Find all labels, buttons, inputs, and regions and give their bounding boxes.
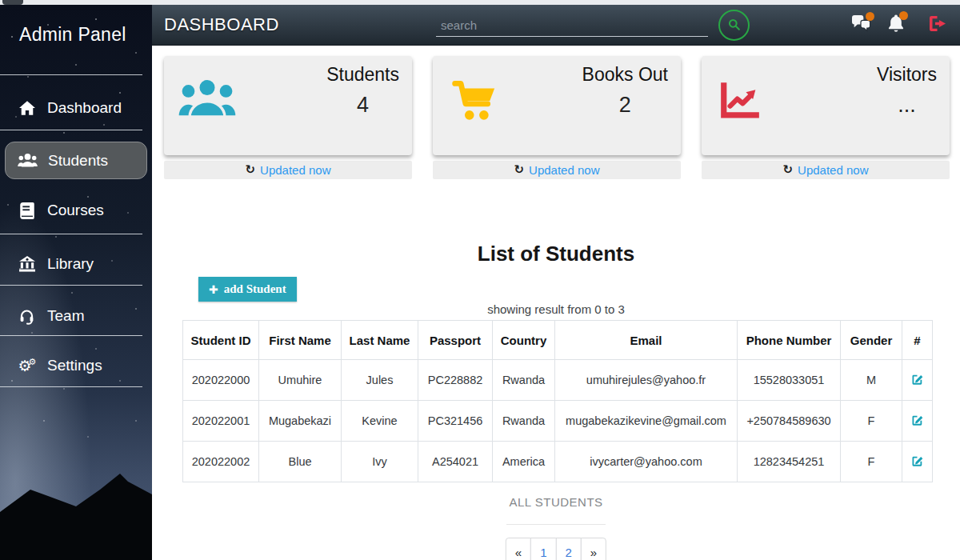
cell-first-name: Mugabekazi <box>259 401 342 442</box>
cell-passport: PC228882 <box>418 360 493 401</box>
cell-first-name: Blue <box>259 442 342 482</box>
search-input[interactable] <box>436 14 708 37</box>
pagination-divider <box>506 524 606 525</box>
cell-last-name: Jules <box>342 360 418 401</box>
add-student-label: add Student <box>224 282 286 296</box>
students-table: Student ID First Name Last Name Passport… <box>182 320 933 482</box>
cell-student-id: 202022000 <box>183 360 259 401</box>
sidebar-divider <box>0 74 142 75</box>
cell-passport: A254021 <box>418 442 493 482</box>
table-row: 202022001 Mugabekazi Kevine PC321456 Rwa… <box>183 401 933 442</box>
bank-icon <box>16 256 38 272</box>
sidebar: Admin Panel Dashboard Students <box>0 5 152 560</box>
app-title: Admin Panel <box>19 24 152 46</box>
cart-icon <box>452 78 498 125</box>
cell-country: America <box>493 442 555 482</box>
updated-label: Updated now <box>798 163 868 177</box>
cell-passport: PC321456 <box>418 401 493 442</box>
add-student-button[interactable]: ✚ add Student <box>198 277 297 302</box>
pagination-page-2[interactable]: 2 <box>556 538 582 560</box>
messages-button[interactable] <box>850 15 870 35</box>
browser-tab-remnant <box>2 0 23 5</box>
plus-icon: ✚ <box>209 283 218 296</box>
cell-gender: M <box>841 360 902 401</box>
sidebar-item-students[interactable]: Students <box>5 142 147 179</box>
sidebar-item-label: Team <box>47 307 84 325</box>
stat-card-footer[interactable]: ↻ Updated now <box>433 161 681 179</box>
home-icon <box>16 100 38 116</box>
table-footer-text: ALL STUDENTS <box>152 495 960 509</box>
logout-button[interactable] <box>928 15 947 35</box>
pagination-next[interactable]: » <box>581 538 606 560</box>
sidebar-item-team[interactable]: Team <box>0 301 152 331</box>
messages-unread-badge <box>866 12 874 21</box>
stat-card-value: 4 <box>326 93 399 118</box>
search-button[interactable] <box>718 10 750 41</box>
cell-country: Rwanda <box>493 401 555 442</box>
users-icon <box>17 153 38 169</box>
stat-card-title: Books Out <box>582 64 668 86</box>
headset-icon <box>16 308 38 325</box>
stat-card-visitors[interactable]: Visitors ... ↻ Updated now <box>702 56 950 179</box>
gears-icon: ⚙⚙ <box>16 357 38 374</box>
sidebar-item-settings[interactable]: ⚙⚙ Settings <box>0 350 152 381</box>
sidebar-divider <box>0 130 142 130</box>
cell-last-name: Kevine <box>342 401 418 442</box>
section-heading: List of Students <box>152 242 960 266</box>
col-phone-number: Phone Number <box>738 321 841 360</box>
stat-card-title: Students <box>326 64 399 86</box>
book-icon <box>16 202 38 219</box>
cell-student-id: 202022001 <box>183 401 259 442</box>
cell-last-name: Ivy <box>342 442 418 482</box>
edit-icon <box>910 459 925 471</box>
sidebar-item-label: Courses <box>47 202 104 219</box>
stat-card-students[interactable]: Students 4 ↻ Updated now <box>164 56 412 179</box>
refresh-icon: ↻ <box>514 164 525 176</box>
edit-row-button[interactable] <box>908 370 926 389</box>
notifications-button[interactable] <box>888 14 904 36</box>
cell-first-name: Umuhire <box>259 360 342 401</box>
sidebar-item-label: Library <box>47 255 94 273</box>
stat-cards-row: Students 4 ↻ Updated now <box>164 56 950 179</box>
main-content: Students 4 ↻ Updated now <box>152 46 960 560</box>
cell-actions <box>902 401 933 442</box>
search-icon <box>726 17 742 34</box>
stat-card-footer[interactable]: ↻ Updated now <box>702 161 950 179</box>
stat-card-books-out[interactable]: Books Out 2 ↻ Updated now <box>433 56 681 179</box>
students-table-body: 202022000 Umuhire Jules PC228882 Rwanda … <box>183 360 933 482</box>
cell-gender: F <box>841 442 902 482</box>
refresh-icon: ↻ <box>246 164 256 176</box>
col-country: Country <box>493 321 555 360</box>
cell-student-id: 202022002 <box>183 442 259 482</box>
sidebar-item-label: Settings <box>47 357 102 374</box>
notifications-unread-badge <box>899 11 908 20</box>
sidebar-item-dashboard[interactable]: Dashboard <box>0 93 152 123</box>
pagination-prev[interactable]: « <box>506 538 531 560</box>
col-last-name: Last Name <box>342 321 418 360</box>
pagination-page-1[interactable]: 1 <box>530 538 556 560</box>
showing-result-text: showing result from 0 to 3 <box>152 302 960 316</box>
cell-phone-number: 12823454251 <box>738 442 841 482</box>
cell-email: ivycarter@yahoo.com <box>555 442 738 482</box>
stat-card-footer[interactable]: ↻ Updated now <box>164 161 412 179</box>
browser-top-strip <box>0 0 960 5</box>
sidebar-item-label: Students <box>48 152 108 170</box>
cell-phone-number: 15528033051 <box>738 360 841 401</box>
users-icon <box>178 77 236 125</box>
signout-icon <box>928 15 947 35</box>
cell-country: Rwanda <box>493 360 555 401</box>
col-email: Email <box>555 321 738 360</box>
cell-email: mugabekazikevine@gmail.com <box>555 401 738 442</box>
edit-row-button[interactable] <box>908 452 926 470</box>
sidebar-divider <box>0 386 142 387</box>
sidebar-divider <box>0 335 142 336</box>
chart-line-icon <box>718 80 762 126</box>
refresh-icon: ↻ <box>783 164 794 176</box>
sidebar-item-label: Dashboard <box>47 99 122 117</box>
sidebar-item-library[interactable]: Library <box>0 249 152 279</box>
sidebar-divider <box>0 285 142 286</box>
cell-actions <box>902 360 933 401</box>
edit-row-button[interactable] <box>908 411 926 430</box>
sidebar-item-courses[interactable]: Courses <box>0 195 152 226</box>
col-student-id: Student ID <box>183 321 259 360</box>
